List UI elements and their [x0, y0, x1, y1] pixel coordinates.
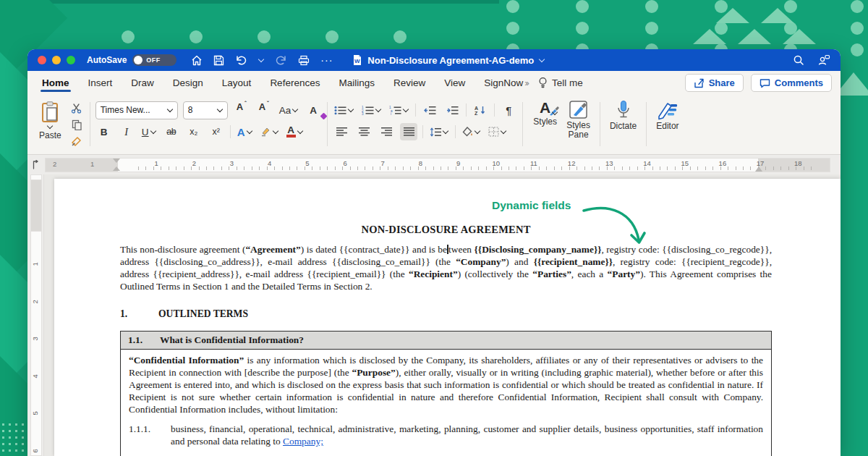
svg-text:Z: Z [475, 111, 478, 115]
table-body-cell: “Confidential Information” is any inform… [121, 350, 771, 456]
strikethrough-button[interactable]: ab [163, 123, 180, 140]
subscript-button[interactable]: x₂ [185, 123, 203, 140]
autosave-toggle[interactable]: OFF [132, 54, 176, 66]
clear-formatting-button[interactable]: A [305, 101, 322, 119]
undo-icon[interactable] [235, 55, 247, 66]
font-name-select[interactable]: Times New... [95, 101, 178, 119]
tab-draw[interactable]: Draw [131, 73, 154, 93]
editor-button[interactable]: Editor [652, 97, 683, 151]
autosave-state: OFF [146, 56, 161, 64]
font-color-button[interactable]: A [285, 123, 305, 140]
vruler-number: 2 [27, 295, 54, 307]
share-icon [694, 78, 705, 88]
home-icon[interactable] [191, 55, 203, 66]
share-button[interactable]: Share [685, 74, 744, 92]
document-title[interactable]: Non-Disclosure Agreement-AG-demo [367, 55, 534, 66]
text-effects-button[interactable]: A [236, 123, 254, 140]
title-dropdown-icon[interactable] [539, 56, 545, 62]
table-header-row: 1.1. What is Confidential Information? [121, 332, 771, 350]
shrink-font-button[interactable]: Aˇ [255, 101, 273, 119]
zoom-window-button[interactable] [67, 56, 75, 64]
tab-view[interactable]: View [444, 73, 465, 93]
vertical-ruler[interactable]: 123456 [27, 174, 44, 456]
styles-button[interactable]: A Styles [528, 97, 562, 151]
tell-me-control[interactable]: Tell me [538, 77, 583, 89]
bullet-list-button[interactable] [333, 101, 355, 119]
annotation-arrow-icon [581, 202, 653, 251]
vruler-number: 3 [27, 333, 54, 345]
tab-signnow[interactable]: SignNow [484, 73, 523, 93]
document-page[interactable]: Dynamic fields NON-DISCLOSURE AGREEMENT … [54, 179, 841, 456]
underline-button[interactable]: U [140, 123, 158, 140]
multilevel-list-button[interactable]: 1ai [388, 101, 410, 119]
copy-button[interactable] [69, 119, 85, 132]
tab-references[interactable]: References [270, 73, 320, 93]
paste-dropdown-icon[interactable] [47, 123, 53, 129]
ruler-number: 1 [90, 160, 94, 168]
ruler-row: 2 1 123456789101112131415161718 [27, 155, 841, 174]
align-right-button[interactable] [378, 123, 395, 140]
italic-button[interactable]: I [118, 123, 135, 140]
styles-pane-button[interactable]: StylesPane [562, 97, 595, 151]
align-left-button[interactable] [333, 123, 350, 140]
svg-text:A: A [475, 106, 478, 111]
tab-stop-selector[interactable] [27, 155, 45, 174]
superscript-button[interactable]: x² [208, 123, 225, 140]
numbered-list-button[interactable]: 123 [360, 101, 383, 119]
cut-button[interactable] [69, 102, 85, 115]
tab-layout[interactable]: Layout [222, 73, 252, 93]
tab-home[interactable]: Home [42, 73, 69, 93]
share-label: Share [709, 77, 735, 88]
highlight-button[interactable] [259, 123, 280, 140]
paste-button[interactable]: Paste [36, 100, 64, 151]
horizontal-ruler[interactable]: 2 1 123456789101112131415161718 [45, 158, 830, 172]
item-text: business, financial, operational, techni… [171, 423, 763, 447]
tab-mailings[interactable]: Mailings [339, 73, 375, 93]
ribbon-tab-bar: Home Insert Draw Design Layout Reference… [27, 71, 841, 95]
presence-icon[interactable] [817, 54, 830, 66]
word-window: AutoSave OFF ··· W [27, 49, 841, 456]
tab-review[interactable]: Review [393, 73, 425, 93]
search-icon[interactable] [793, 54, 804, 66]
save-icon[interactable] [213, 55, 224, 66]
line-spacing-button[interactable] [428, 123, 450, 140]
align-center-button[interactable] [355, 123, 373, 140]
font-size-value: 8 [188, 105, 193, 115]
right-indent-marker[interactable] [755, 163, 762, 172]
comments-button[interactable]: Comments [751, 74, 832, 92]
close-window-button[interactable] [38, 56, 46, 64]
justify-button[interactable] [400, 123, 417, 140]
title-bar: AutoSave OFF ··· W [27, 49, 841, 71]
print-icon[interactable] [298, 55, 310, 66]
tell-me-label: Tell me [552, 77, 583, 88]
ribbon: Paste Times New... [27, 95, 841, 155]
bg-top-strip [0, 0, 499, 4]
bold-button[interactable]: B [95, 123, 113, 140]
redo-icon[interactable] [275, 55, 287, 66]
change-case-button[interactable]: Aa [278, 101, 300, 119]
borders-button[interactable] [487, 123, 508, 140]
tab-design[interactable]: Design [173, 73, 203, 93]
clause-body: “Confidential Information” is any inform… [129, 354, 763, 415]
vruler-number: 1 [27, 258, 54, 270]
document-heading: NON-DISCLOSURE AGREEMENT [120, 224, 772, 236]
more-commands-icon[interactable]: ··· [320, 54, 333, 66]
ruler-ticks [138, 166, 818, 170]
increase-indent-button[interactable] [443, 101, 461, 119]
vruler-number: 5 [27, 408, 54, 419]
grow-font-button[interactable]: Aˆ [233, 101, 250, 119]
tab-insert[interactable]: Insert [88, 73, 113, 93]
window-controls [38, 56, 75, 64]
shading-button[interactable] [461, 123, 482, 140]
indent-marker[interactable] [113, 159, 120, 171]
minimize-window-button[interactable] [52, 56, 61, 64]
font-size-select[interactable]: 8 [183, 101, 228, 119]
more-tabs-icon[interactable]: ›› [524, 77, 528, 88]
undo-dropdown-icon[interactable] [258, 56, 264, 62]
styles-label: Styles [533, 117, 557, 127]
format-painter-button[interactable] [69, 135, 85, 148]
decrease-indent-button[interactable] [421, 101, 438, 119]
sort-button[interactable]: AZ [472, 101, 489, 119]
show-paragraph-marks-button[interactable]: ¶ [500, 101, 517, 119]
dictate-button[interactable]: Dictate [605, 97, 641, 151]
